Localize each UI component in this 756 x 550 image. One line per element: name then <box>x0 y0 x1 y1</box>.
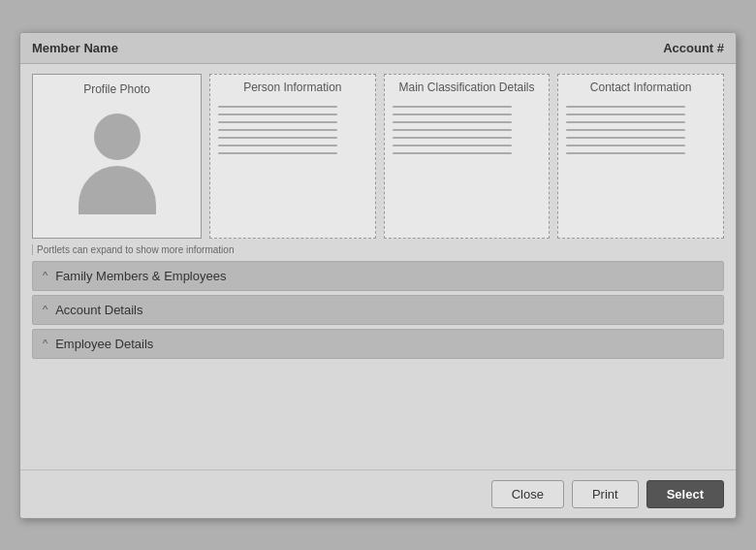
main-classification-lines <box>393 102 542 154</box>
portlet-line <box>393 129 512 131</box>
portlet-line <box>566 106 685 108</box>
portlet-line <box>218 106 337 108</box>
portlet-line <box>566 113 685 115</box>
accordion-family-members: ^ Family Members & Employees <box>32 261 724 291</box>
accordion-label-employee-details: Employee Details <box>55 337 153 351</box>
chevron-up-icon: ^ <box>43 338 47 349</box>
top-info-section: Profile Photo Person Information <box>32 74 724 239</box>
avatar <box>79 113 156 214</box>
profile-photo-label: Profile Photo <box>83 82 150 96</box>
accordion-bar-family-members[interactable]: ^ Family Members & Employees <box>32 261 724 291</box>
portlet-line <box>566 121 685 123</box>
dialog-header: Member Name Account # <box>20 33 736 64</box>
print-button[interactable]: Print <box>572 480 639 508</box>
content-area <box>32 363 724 460</box>
main-classification-portlet: Main Classification Details <box>384 74 551 239</box>
close-button[interactable]: Close <box>491 480 564 508</box>
accordion-account-details: ^ Account Details <box>32 295 724 325</box>
portlet-line <box>218 129 337 131</box>
portlet-line <box>393 152 512 154</box>
portlet-line <box>218 113 337 115</box>
avatar-head <box>94 113 141 160</box>
portlet-line <box>393 113 512 115</box>
person-info-portlet: Person Information <box>209 74 376 239</box>
avatar-body <box>79 166 156 214</box>
accordion-bar-account-details[interactable]: ^ Account Details <box>32 295 724 325</box>
person-info-lines <box>218 102 367 154</box>
dialog-body: Profile Photo Person Information <box>20 64 736 469</box>
account-label: Account # <box>663 41 724 55</box>
contact-info-lines <box>566 102 715 154</box>
portlets-hint: Portlets can expand to show more informa… <box>32 244 724 255</box>
contact-info-portlet: Contact Information <box>557 74 724 239</box>
chevron-up-icon: ^ <box>43 270 47 281</box>
profile-photo-box: Profile Photo <box>32 74 202 239</box>
portlet-line <box>393 106 512 108</box>
portlet-line <box>218 152 337 154</box>
person-info-title: Person Information <box>218 81 367 94</box>
portlet-line <box>566 137 685 139</box>
portlet-line <box>218 121 337 123</box>
accordion-employee-details: ^ Employee Details <box>32 329 724 359</box>
main-classification-title: Main Classification Details <box>393 81 542 94</box>
portlet-line <box>218 137 337 139</box>
portlet-line <box>566 152 685 154</box>
dialog-footer: Close Print Select <box>20 469 736 518</box>
accordion-bar-employee-details[interactable]: ^ Employee Details <box>32 329 724 359</box>
contact-info-title: Contact Information <box>566 81 715 94</box>
portlet-line <box>393 145 512 146</box>
chevron-up-icon: ^ <box>43 304 47 315</box>
member-name-label: Member Name <box>32 41 118 55</box>
select-button[interactable]: Select <box>646 480 724 508</box>
accordion-label-account-details: Account Details <box>55 303 142 317</box>
portlet-line <box>566 145 685 146</box>
accordion-label-family-members: Family Members & Employees <box>55 269 226 283</box>
portlet-line <box>393 137 512 139</box>
member-dialog: Member Name Account # Profile Photo Pers… <box>19 32 737 519</box>
portlet-line <box>566 129 685 131</box>
portlet-line <box>218 145 337 146</box>
portlet-line <box>393 121 512 123</box>
